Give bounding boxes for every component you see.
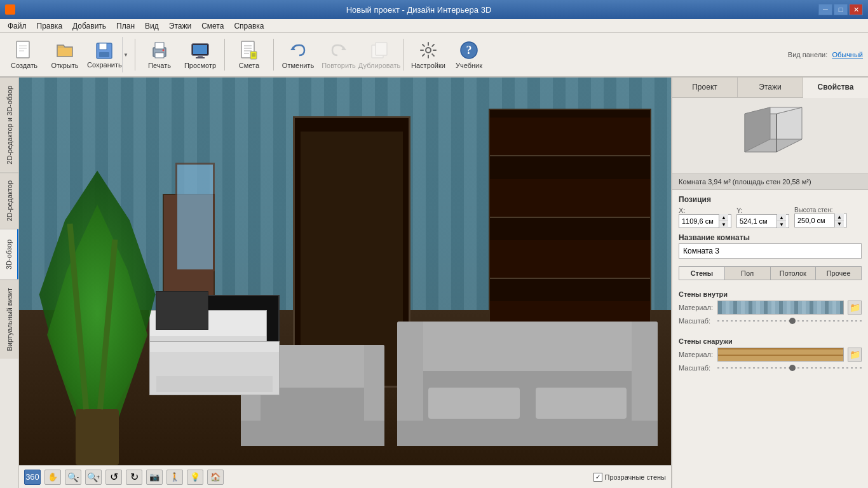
settings-button[interactable]: Настройки [409, 36, 447, 73]
transparent-walls-checkbox[interactable] [593, 473, 602, 482]
sub-tab-walls[interactable]: Стены [679, 267, 725, 280]
main-content: 2D-редактор и 3D-обзор 2D-редактор 3D-об… [0, 78, 868, 488]
height-spin-down[interactable]: ▼ [835, 220, 844, 227]
table-surface [150, 342, 279, 353]
sidebar-tab-2d-3d[interactable]: 2D-редактор и 3D-обзор [0, 78, 18, 172]
menu-plan[interactable]: План [111, 20, 140, 32]
light-button[interactable]: 💡 [187, 470, 203, 485]
position-section: Позиция X: ▲ ▼ [679, 195, 862, 228]
hand-button[interactable]: ✋ [44, 470, 61, 485]
tab-floors[interactable]: Этажи [738, 78, 803, 97]
svg-rect-5 [99, 43, 107, 50]
svg-rect-20 [250, 51, 257, 59]
svg-rect-12 [193, 45, 207, 54]
tab-properties[interactable]: Свойства [803, 78, 868, 98]
svg-rect-9 [155, 53, 164, 58]
walls-inside-scale-thumb[interactable] [789, 318, 796, 324]
x-input[interactable] [682, 217, 719, 225]
redo-button[interactable]: Повторить [320, 36, 358, 73]
walls-outside-browse-button[interactable]: 📁 [848, 348, 862, 362]
estimate-button[interactable]: Смета [230, 36, 268, 73]
walls-outside-material-row: Материал: 📁 [679, 348, 862, 362]
minimize-button[interactable]: ─ [818, 4, 832, 15]
room-name-input[interactable] [679, 243, 862, 259]
scene-canvas[interactable] [19, 78, 671, 465]
sub-tab-other[interactable]: Прочее [816, 267, 861, 280]
home-icon: 🏠 [210, 472, 220, 482]
sidebar-tab-3d[interactable]: 3D-обзор [0, 229, 18, 280]
x-spin-down[interactable]: ▼ [719, 221, 728, 228]
walls-outside-scale-label: Масштаб: [679, 364, 714, 372]
maximize-button[interactable]: □ [834, 4, 848, 15]
walls-inside-scale-label: Масштаб: [679, 317, 714, 325]
panel-view-container: Вид панели: Обычный [788, 51, 863, 58]
cushion-1 [428, 388, 520, 419]
left-sidebar: 2D-редактор и 3D-обзор 2D-редактор 3D-об… [0, 78, 19, 488]
walls-inside-browse-button[interactable]: 📁 [848, 301, 862, 315]
camera-button[interactable]: 📷 [146, 470, 163, 485]
height-label: Высота стен: [794, 207, 847, 214]
position-inputs: X: ▲ ▼ Y: [679, 207, 862, 228]
save-icon [94, 41, 114, 61]
duplicate-icon [369, 40, 390, 60]
menu-floors[interactable]: Этажи [164, 20, 196, 32]
y-input[interactable] [740, 217, 776, 225]
menu-add[interactable]: Добавить [67, 20, 111, 32]
close-button[interactable]: ✕ [849, 4, 863, 15]
menu-edit[interactable]: Правка [32, 20, 68, 32]
room-preview [672, 98, 868, 174]
save-label: Сохранить [87, 61, 122, 69]
menu-help[interactable]: Справка [229, 20, 269, 32]
duplicate-button[interactable]: Дублировать [360, 36, 398, 73]
walls-outside-section: Стены снаружи Материал: 📁 Масштаб: [679, 337, 862, 377]
y-spin-down[interactable]: ▼ [777, 221, 786, 228]
sofa-arm-r [632, 322, 658, 421]
svg-text:?: ? [466, 44, 472, 57]
height-input[interactable] [797, 217, 834, 224]
home-button[interactable]: 🏠 [207, 470, 224, 485]
height-spin-up[interactable]: ▲ [835, 214, 844, 220]
svg-rect-6 [99, 52, 109, 57]
print-label: Печать [148, 62, 171, 69]
undo-button[interactable]: Отменить [279, 36, 317, 73]
tutorial-button[interactable]: ? Учебник [450, 36, 488, 73]
sidebar-tab-2d[interactable]: 2D-редактор [0, 172, 18, 229]
rotate-left-button[interactable]: ↺ [105, 470, 122, 485]
print-button[interactable]: Печать [140, 36, 179, 73]
walls-inside-material-swatch[interactable] [717, 301, 844, 315]
person-button[interactable]: 🚶 [166, 470, 183, 485]
separator-2 [224, 39, 225, 71]
sub-tab-floor[interactable]: Пол [725, 267, 771, 280]
tab-project[interactable]: Проект [672, 78, 738, 97]
y-spin-up[interactable]: ▲ [777, 214, 786, 221]
y-label: Y: [736, 207, 789, 214]
estimate-icon [239, 40, 259, 60]
transparent-walls-container: Прозрачные стены [593, 473, 666, 482]
menu-estimate[interactable]: Смета [196, 20, 229, 32]
camera-icon: 📷 [149, 472, 159, 482]
save-dropdown-arrow[interactable]: ▼ [122, 37, 129, 72]
walls-outside-scale-slider[interactable] [717, 364, 862, 372]
zoom-out-button[interactable]: 🔍 - [65, 470, 81, 485]
menu-file[interactable]: Файл [3, 20, 32, 32]
x-spin-up[interactable]: ▲ [719, 214, 728, 221]
walls-outside-material-swatch[interactable] [717, 348, 844, 362]
menu-view[interactable]: Вид [140, 20, 164, 32]
preview-button[interactable]: Просмотр [181, 36, 219, 73]
sidebar-tab-virtual[interactable]: Виртуальный визит [0, 280, 18, 359]
save-button[interactable]: Сохранить ▼ [86, 36, 130, 73]
walls-outside-scale-row: Масштаб: [679, 364, 862, 372]
rotate-right-button[interactable]: ↻ [126, 470, 142, 485]
walls-inside-scale-slider[interactable] [717, 317, 862, 325]
open-button[interactable]: Открыть [46, 36, 84, 73]
360-button[interactable]: 360 [24, 470, 41, 485]
walls-outside-scale-thumb[interactable] [789, 365, 796, 371]
create-button[interactable]: Создать [5, 36, 43, 73]
sub-tab-ceiling[interactable]: Потолок [771, 267, 817, 280]
zoom-in-button[interactable]: 🔍 + [85, 470, 102, 485]
tutorial-icon: ? [459, 40, 479, 60]
panel-view-value[interactable]: Обычный [832, 51, 863, 58]
window-controls: ─ □ ✕ [818, 4, 863, 15]
table-shelf [156, 376, 273, 392]
open-icon [55, 40, 75, 60]
